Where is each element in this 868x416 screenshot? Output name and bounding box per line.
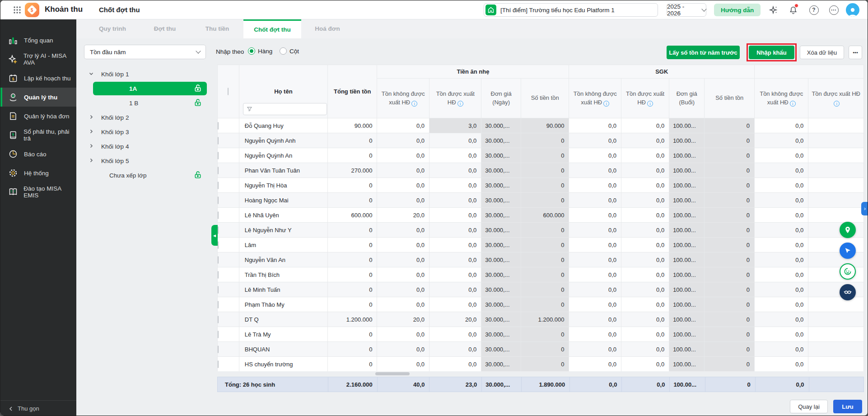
sidebar-item-bao-cao[interactable]: Báo cáo [0,145,76,164]
fee-cell-a1[interactable]: 20,0 [377,312,429,327]
fee-cell-a2[interactable]: 0,0 [429,342,481,357]
guide-button[interactable]: Hướng dẫn [714,4,761,16]
tab-chot-dot-thu[interactable]: Chốt đợt thu [243,19,301,38]
app-grid-icon[interactable] [13,6,21,16]
tab-thu-tien[interactable]: Thu tiền [191,19,243,38]
sidebar-item-dao-tao[interactable]: Đào tạo MISA EMIS [0,182,76,201]
fee-cell-c2[interactable] [808,148,864,163]
support-pin-icon[interactable] [840,222,856,238]
fee-cell-a1[interactable]: 0,0 [377,282,429,297]
row-select-cell[interactable] [218,238,239,252]
row-checkbox[interactable] [218,301,219,308]
row-select-cell[interactable] [218,282,239,297]
row-checkbox[interactable] [218,346,219,353]
row-select-cell[interactable] [218,267,239,282]
fee-cell-b2[interactable]: 0,0 [621,193,669,208]
fee-cell-c1[interactable]: 0,0 [755,148,808,163]
info-icon[interactable]: i [603,101,609,107]
row-select-cell[interactable] [218,178,239,193]
fee-cell-a1[interactable]: 0,0 [377,163,429,178]
back-button[interactable]: Quay lại [790,400,828,413]
fee-cell-c1[interactable]: 0,0 [755,178,808,193]
info-icon[interactable]: i [790,101,796,107]
row-select-cell[interactable] [218,252,239,267]
fee-cell-b1[interactable]: 0,0 [569,238,621,252]
fee-cell-b2[interactable]: 0,0 [621,342,669,357]
sidebar-item-tro-ly-ai[interactable]: Trợ lý AI - MISA AVA [0,50,76,69]
row-select-cell[interactable] [218,133,239,148]
tree-group-khoi-lop-1[interactable]: Khối lớp 1 [84,67,207,81]
sidebar-item-quan-ly-hoa-don[interactable]: Quản lý hóa đơn [0,107,76,126]
fee-cell-b1[interactable]: 0,0 [569,342,621,357]
unlock-icon[interactable] [194,98,202,108]
tree-group-khoi-lop-4[interactable]: Khối lớp 4 [84,140,207,153]
info-icon[interactable]: i [647,101,653,107]
tree-item-chua-xep-lop[interactable]: Chưa xếp lớp [84,168,207,182]
row-checkbox[interactable] [218,196,219,204]
fee-cell-c1[interactable]: 0,0 [755,312,808,327]
delete-data-button[interactable]: Xóa dữ liệu [800,46,844,59]
fee-cell-b1[interactable]: 0,0 [569,267,621,282]
fee-cell-c2[interactable] [808,178,864,193]
fee-cell-c2[interactable] [808,163,864,178]
row-select-cell[interactable] [218,327,239,342]
fee-cell-b2[interactable]: 0,0 [621,148,669,163]
row-checkbox[interactable] [218,226,219,234]
sidebar-item-quan-ly-thu[interactable]: $ Quản lý thu [0,88,76,107]
tab-quy-trinh[interactable]: Quy trình [86,19,139,38]
fee-cell-b2[interactable]: 0,0 [621,357,669,372]
fee-cell-b2[interactable]: 0,0 [621,238,669,252]
feedback-cursor-icon[interactable] [840,243,856,259]
row-checkbox[interactable] [218,152,219,159]
fee-cell-b1[interactable]: 0,0 [569,118,621,133]
row-checkbox[interactable] [218,256,219,264]
fee-cell-c2[interactable] [808,252,864,267]
virtual-assistant-icon[interactable] [840,284,856,300]
tree-group-khoi-lop-5[interactable]: Khối lớp 5 [84,154,207,168]
sidebar-item-he-thong[interactable]: Hệ thống [0,164,76,182]
more-menu-icon[interactable]: ⋯ [829,5,839,15]
row-checkbox[interactable] [218,122,219,130]
column-header-a3[interactable]: Đơn giá (Ngày) [481,79,521,118]
fee-cell-b2[interactable]: 0,0 [621,282,669,297]
chat-support-icon[interactable] [840,263,856,280]
import-button[interactable]: Nhập khẩu [749,46,794,59]
fee-cell-b2[interactable]: 0,0 [621,297,669,312]
fee-cell-b1[interactable]: 0,0 [569,223,621,238]
fee-cell-c1[interactable]: 0,0 [755,163,808,178]
fee-cell-a2[interactable]: 0,0 [429,297,481,312]
fee-cell-a2[interactable]: 0,0 [429,282,481,297]
row-checkbox[interactable] [218,286,219,294]
fee-cell-c1[interactable]: 0,0 [755,193,808,208]
fee-cell-b1[interactable]: 0,0 [569,163,621,178]
column-header-b1[interactable]: Tồn không được xuất HĐi [569,79,621,118]
horizontal-scrollbar[interactable] [375,372,410,375]
chevron-right-icon[interactable] [89,129,94,136]
fee-cell-a2[interactable]: 0,0 [429,223,481,238]
fee-cell-b1[interactable]: 0,0 [569,297,621,312]
fee-cell-a1[interactable]: 0,0 [377,223,429,238]
row-select-cell[interactable] [218,208,239,223]
fee-cell-b2[interactable]: 0,0 [621,312,669,327]
column-header-b4[interactable]: Số tiền tồn [705,79,755,118]
chevron-right-icon[interactable] [89,143,94,150]
fee-cell-a2[interactable]: 20,0 [429,312,481,327]
fee-cell-b1[interactable]: 0,0 [569,327,621,342]
fee-cell-c1[interactable]: 0,0 [755,118,808,133]
fee-cell-c1[interactable]: 0,0 [755,327,808,342]
row-select-cell[interactable] [218,312,239,327]
revenue-app-icon[interactable]: $ [25,3,39,17]
fee-cell-c1[interactable]: 0,0 [755,357,808,372]
fee-cell-a1[interactable]: 0,0 [377,252,429,267]
fee-cell-a2[interactable]: 0,0 [429,178,481,193]
fee-cell-a2[interactable]: 0,0 [429,208,481,223]
more-actions-button[interactable]: ••• [849,46,862,59]
tree-class-1b[interactable]: 1 B [84,96,207,110]
fee-cell-c2[interactable] [808,327,864,342]
fee-cell-a2[interactable]: 0,0 [429,267,481,282]
chevron-down-icon[interactable] [89,71,94,78]
row-checkbox[interactable] [218,271,219,279]
column-header-a4[interactable]: Số tiền tồn [521,79,569,118]
fee-cell-a1[interactable]: 20,0 [377,208,429,223]
fee-cell-b1[interactable]: 0,0 [569,148,621,163]
